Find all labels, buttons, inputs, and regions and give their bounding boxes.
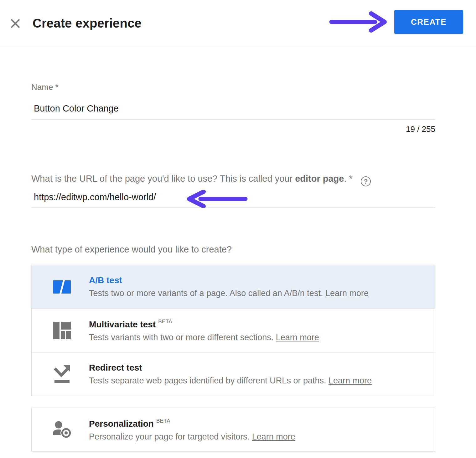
ab-test-icon: [53, 280, 71, 294]
personalization-box: PersonalizationBETA Personalize your pag…: [31, 408, 435, 452]
experience-type-question: What type of experience would you like t…: [31, 244, 435, 255]
annotation-arrow-right-icon: [328, 11, 388, 33]
personalization-icon: [52, 421, 72, 439]
redirect-test-icon: [53, 365, 71, 383]
beta-badge: BETA: [156, 418, 170, 424]
option-title: Multivariate test: [89, 320, 156, 329]
option-redirect-test[interactable]: Redirect test Tests separate web pages i…: [32, 352, 435, 396]
page-title: Create experience: [33, 16, 142, 30]
multivariate-test-icon: [53, 321, 71, 340]
help-icon[interactable]: ?: [361, 176, 371, 186]
learn-more-link[interactable]: Learn more: [252, 432, 295, 441]
url-question-suffix: . *: [344, 174, 352, 184]
option-multivariate-test[interactable]: Multivariate testBETA Tests variants wit…: [32, 309, 435, 352]
url-question-prefix: What is the URL of the page you'd like t…: [31, 174, 295, 184]
option-description: Tests two or more variants of a page. Al…: [89, 289, 325, 298]
beta-badge: BETA: [158, 319, 172, 325]
url-question-bold: editor page: [295, 174, 344, 184]
option-description: Tests variants with two or more differen…: [89, 333, 276, 342]
option-description: Tests separate web pages identified by d…: [89, 376, 329, 385]
experience-type-options: A/B test Tests two or more variants of a…: [31, 265, 435, 396]
close-button[interactable]: [8, 16, 23, 31]
option-personalization[interactable]: PersonalizationBETA Personalize your pag…: [32, 408, 435, 451]
option-title: Redirect test: [89, 363, 142, 372]
url-row: [31, 191, 435, 208]
char-counter: 19 / 255: [31, 124, 435, 134]
create-button[interactable]: CREATE: [394, 10, 463, 34]
name-label: Name *: [31, 82, 435, 92]
close-icon: [9, 17, 22, 30]
learn-more-link[interactable]: Learn more: [325, 289, 369, 298]
url-question: What is the URL of the page you'd like t…: [31, 174, 435, 186]
option-title: A/B test: [89, 275, 122, 285]
editor-page-url-input[interactable]: [31, 191, 435, 208]
dialog-header: Create experience CREATE: [0, 0, 476, 47]
option-title: Personalization: [89, 419, 154, 429]
dialog-body: Name * 19 / 255 What is the URL of the p…: [0, 82, 476, 452]
option-description: Personalize your page for targeted visit…: [89, 432, 252, 441]
option-ab-test[interactable]: A/B test Tests two or more variants of a…: [32, 265, 435, 309]
learn-more-link[interactable]: Learn more: [329, 376, 372, 385]
learn-more-link[interactable]: Learn more: [276, 333, 319, 342]
name-input[interactable]: [31, 103, 435, 120]
